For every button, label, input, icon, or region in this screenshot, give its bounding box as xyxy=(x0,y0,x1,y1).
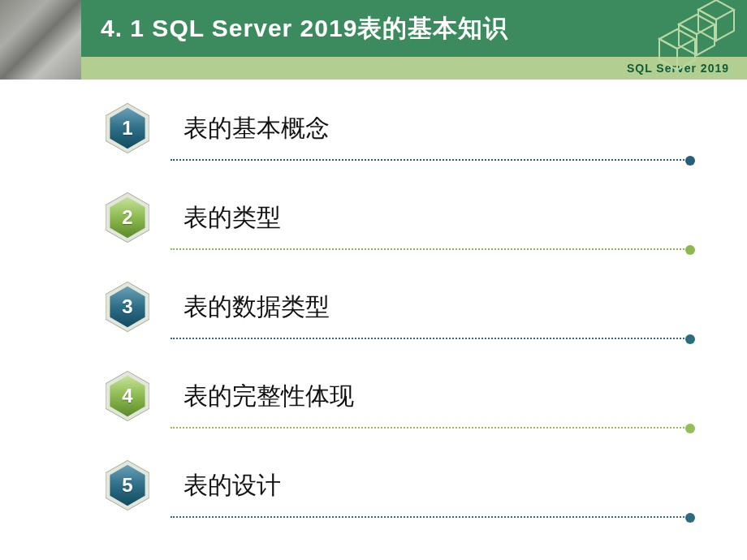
subtitle-bar: SQL Server 2019 xyxy=(81,57,747,80)
list-item: 5 表的设计 xyxy=(106,459,690,511)
slide-title: 4. 1 SQL Server 2019表的基本知识 xyxy=(101,12,508,45)
hexagon-badge: 4 xyxy=(106,371,149,421)
list-item: 3 表的数据类型 xyxy=(106,281,690,333)
line-endcap-icon xyxy=(685,334,695,344)
content-list: 1 表的基本概念 2 表的类型 xyxy=(0,80,747,511)
item-number: 3 xyxy=(106,282,149,332)
item-label: 表的基本概念 xyxy=(184,112,330,145)
hexagon-badge: 5 xyxy=(106,460,149,510)
list-item: 2 表的类型 xyxy=(106,192,690,243)
dotted-underline xyxy=(171,427,690,429)
item-number: 4 xyxy=(106,371,149,421)
slide-subtitle: SQL Server 2019 xyxy=(627,62,729,75)
title-bar: 4. 1 SQL Server 2019表的基本知识 xyxy=(81,0,747,57)
slide-header: 4. 1 SQL Server 2019表的基本知识 SQL Server 20… xyxy=(0,0,747,80)
item-number: 2 xyxy=(106,192,149,243)
item-label: 表的数据类型 xyxy=(184,291,330,324)
item-number: 1 xyxy=(106,103,149,153)
decorative-photo-strip xyxy=(0,0,81,80)
line-endcap-icon xyxy=(685,156,695,166)
item-label: 表的类型 xyxy=(184,201,281,235)
line-endcap-icon xyxy=(685,424,695,433)
hexagon-badge: 1 xyxy=(106,103,149,153)
line-endcap-icon xyxy=(685,245,695,255)
hexagon-badge: 2 xyxy=(106,192,149,243)
item-label: 表的设计 xyxy=(184,469,281,502)
dotted-underline xyxy=(171,338,690,339)
dotted-underline xyxy=(171,516,690,518)
list-item: 1 表的基本概念 xyxy=(106,102,690,154)
dotted-underline xyxy=(171,159,690,161)
hexagon-badge: 3 xyxy=(106,282,149,332)
list-item: 4 表的完整性体现 xyxy=(106,370,690,422)
dotted-underline xyxy=(171,248,690,250)
item-label: 表的完整性体现 xyxy=(184,380,354,413)
line-endcap-icon xyxy=(685,513,695,523)
item-number: 5 xyxy=(106,460,149,510)
